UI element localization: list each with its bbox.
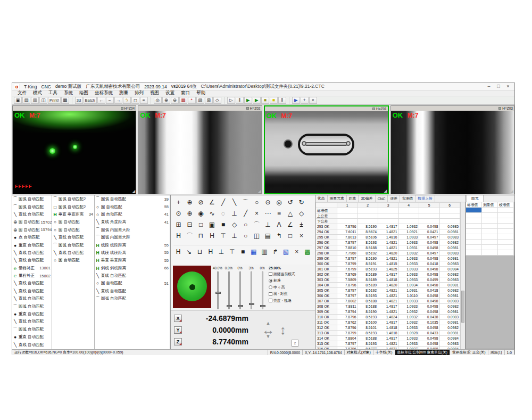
toolbar-light-flash-button[interactable]: ϟ [123,97,131,104]
tool-icon[interactable]: ⊤ [218,231,228,241]
tool-icon[interactable]: ∠ [207,197,217,207]
measure-item[interactable]: ○圆自动匹配55 [95,203,170,210]
checkbox-icon[interactable] [269,292,272,296]
light-option[interactable]: 中 ○ 高 [269,285,295,290]
ring-light-preview[interactable] [173,266,211,308]
tool-icon[interactable]: × [296,231,306,241]
toolbar-list-view-button[interactable]: ≡ [140,97,148,104]
tool-icon[interactable]: ○ [240,220,251,229]
checkbox-icon[interactable] [269,272,272,276]
toolbar-stop-olive-button[interactable]: ■ [261,97,269,104]
table-row[interactable]: 313 OK7.87998.51931.48181.09280.04330.09… [316,331,460,336]
close-button[interactable]: × [503,83,513,90]
tool-icon[interactable]: ╲ [229,197,239,207]
measure-item[interactable]: H线段线段距离55 [95,241,170,249]
toolbar-close-box-button[interactable]: ⊠ [205,97,213,104]
table-tab-2[interactable]: 测量元素 [328,195,347,202]
tool-icon[interactable]: ⊔ [195,247,204,257]
measure-item[interactable]: ○圆自动匹配 [52,226,94,234]
measure-item[interactable]: ℮量程补正13801 [12,265,52,272]
slider-track[interactable] [228,271,230,309]
table-row[interactable]: 298 OK7.79608.51921.48201.09320.04970.09… [316,251,460,256]
tool-icon[interactable]: ◎ [274,197,284,207]
menu-item[interactable]: 模式 [30,90,45,96]
toolbar-view-3d-button[interactable]: 3d [75,97,83,104]
slider-track[interactable] [251,271,252,309]
resize-handle-icon[interactable]: ◢ [257,189,261,194]
tool-icon[interactable]: A [274,220,284,229]
tool-icon[interactable]: ⋯ [263,209,273,218]
camera-image-4[interactable]: OK M:7 ◢ [391,111,514,194]
toolbar-center-button[interactable]: − [106,97,114,104]
table-row[interactable]: 316 OK7.87968.57771.48211.09270.04980.09… [316,347,460,350]
radio-icon[interactable] [269,279,272,283]
toolbar-pause-button[interactable]: ‖ [236,97,244,104]
measure-item[interactable]: ⌒圆弧自动匹配 [52,241,94,249]
measure-item[interactable]: ⌒圆弧自动匹配39 [95,195,170,203]
table-tab-8[interactable]: 数据上传 [415,195,435,202]
tool-icon[interactable]: H [173,247,183,257]
camera-view-1[interactable]: H=Z04 OK M:7 FFFFF ◢ [12,105,136,194]
tool-icon[interactable]: ↻ [296,197,306,207]
measure-item[interactable]: H线段线段距离55 [95,249,170,257]
table-row[interactable]: 311 OK7.87628.51001.48171.09320.10350.09… [316,320,460,325]
table-row[interactable]: 301 OK7.67998.51931.48251.09330.04980.09… [316,267,460,272]
z-axis-zero-button[interactable]: Z [174,338,182,345]
toolbar-step-run-button[interactable]: ▷ [227,97,235,104]
measure-item[interactable]: ⌒圆弧自动匹配2 [52,195,94,203]
measure-item[interactable]: ●重直自动匹配 [12,241,52,249]
table-row[interactable]: 315 OK7.87978.51931.48211.09330.04980.09… [316,341,460,347]
toolbar-report-grid-button[interactable]: ▦ [61,97,69,104]
x-axis-zero-button[interactable]: X [174,315,182,322]
menu-item[interactable]: 帮助 [193,90,209,96]
menu-item[interactable]: 坐标系统 [92,90,116,96]
tool-icon[interactable]: ▩ [303,247,312,257]
measure-item[interactable]: ╲直线自动匹配 [12,341,52,348]
tool-icon[interactable]: ╱ [218,197,228,207]
tool-icon[interactable]: ⊥ [229,209,239,218]
measure-item[interactable]: ○圆自动匹配41 [95,211,170,218]
tool-icon[interactable]: ○ [240,231,251,241]
toolbar-run-all-button[interactable]: ▶ [253,97,261,104]
toolbar-play-blue-button[interactable]: ▶ [292,97,300,104]
radio-icon[interactable] [269,285,272,289]
light-intensity-slider[interactable]: 0% [236,266,244,309]
table-row[interactable]: 310 OK7.87968.51931.48241.09320.04380.09… [316,315,460,320]
tool-icon[interactable]: ◇ [229,220,239,229]
toolbar-move-left-button[interactable]: ← [97,97,105,104]
measure-item[interactable]: H斜线斜线距离66 [95,265,170,272]
toolbar-diamond-tool-button[interactable]: ◇ [213,97,221,104]
tool-icon[interactable]: ⊓ [196,231,206,241]
tool-icon[interactable]: ⌒ [185,231,195,241]
measure-item[interactable]: ○圆自动匹配51 [95,279,170,287]
tool-icon[interactable]: ⊙ [173,209,184,218]
tool-icon[interactable]: ± [296,220,306,229]
tool-icon[interactable]: H [173,231,184,241]
toolbar-print-button[interactable]: Print! [48,97,61,104]
toolbar-color-grid-button[interactable]: ▦ [179,97,187,104]
table-row[interactable]: 295 OK7.80138.51061.48161.09330.04970.09… [316,235,460,240]
slider-track[interactable] [239,271,241,309]
measure-item[interactable]: ○圆自动匹配 [52,218,94,226]
tool-icon[interactable]: ◉ [196,209,206,218]
scrollbar-thumb[interactable] [461,291,464,323]
table-row[interactable]: 314 OK7.88048.51881.48171.09330.04980.09… [316,336,460,341]
tab-element[interactable]: 图元 [467,195,484,202]
tool-icon[interactable]: H [207,231,217,241]
menu-item[interactable]: 绘图 [76,90,92,96]
table-tab-5[interactable]: CNC [376,195,388,202]
resize-handle-icon[interactable]: ◢ [384,188,387,193]
light-option[interactable]: 跟随当前模式 [269,271,295,277]
light-option[interactable]: 亮度 · 视场 [269,298,295,303]
table-row[interactable]: 293 OK7.87968.51901.48171.09320.04980.09… [316,224,460,229]
light-intensity-slider[interactable]: 0.0% [225,266,232,309]
tool-icon[interactable]: ⌒ [252,220,262,229]
tool-icon[interactable]: ◇ [296,209,306,218]
toolbar-save-button[interactable]: ▥ [31,97,39,104]
tool-icon[interactable]: ▤ [263,231,273,241]
measure-item[interactable]: □圆弧自动匹配2 [52,203,94,210]
menu-item[interactable]: 排列 [131,90,147,96]
tool-icon[interactable]: ⊞ [173,220,184,229]
tool-icon[interactable]: ⊥ [263,220,273,229]
tool-icon[interactable]: ▦ [249,247,259,257]
